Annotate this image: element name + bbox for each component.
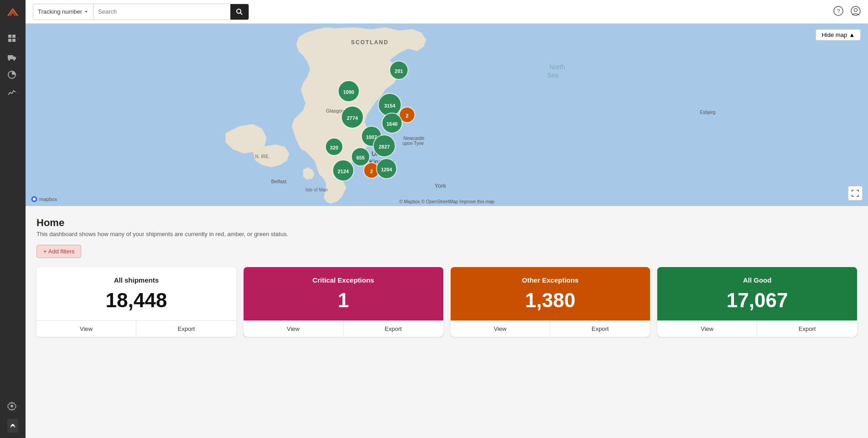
svg-line-10	[240, 13, 242, 15]
svg-text:1640: 1640	[386, 121, 397, 127]
all-shipments-card: All shipments 18,448 View Export	[36, 267, 236, 337]
sidebar-item-settings[interactable]: ›	[7, 397, 19, 415]
help-icon-button[interactable]: ?	[833, 6, 843, 18]
search-button[interactable]	[230, 4, 249, 20]
map-svg: SCOTLAND United Kingdom York North Sea N…	[26, 24, 868, 206]
expand-icon	[10, 423, 16, 429]
all-good-label: All Good	[666, 276, 848, 284]
all-good-export-button[interactable]: Export	[757, 321, 857, 337]
all-shipments-footer: View Export	[36, 320, 236, 337]
header-right: ?	[833, 6, 861, 18]
critical-exceptions-export-button[interactable]: Export	[343, 321, 443, 337]
sidebar-bottom: ›	[7, 397, 19, 433]
svg-text:655: 655	[356, 155, 364, 160]
svg-text:2774: 2774	[347, 115, 358, 121]
all-shipments-view-button[interactable]: View	[36, 321, 136, 337]
logo[interactable]	[5, 5, 20, 20]
sidebar-item-analytics[interactable]: ›	[0, 66, 26, 84]
svg-rect-0	[8, 35, 11, 38]
critical-exceptions-card: Critical Exceptions 1 View Export	[244, 267, 443, 337]
user-circle-icon	[851, 6, 861, 16]
all-shipments-label: All shipments	[46, 276, 227, 284]
dashboard-title: Home	[36, 217, 857, 229]
north-sea-label-2: Sea	[547, 72, 559, 79]
svg-point-6	[13, 59, 15, 61]
north-sea-label: North	[550, 63, 565, 71]
dropdown-chevron-icon	[84, 10, 88, 14]
critical-exceptions-label: Critical Exceptions	[253, 276, 434, 284]
tracking-number-label: Tracking number	[38, 8, 82, 15]
mapbox-text: mapbox	[39, 196, 57, 202]
header: Tracking number ?	[26, 0, 868, 24]
svg-point-14	[854, 8, 858, 11]
sidebar-item-dashboard[interactable]: ›	[0, 29, 26, 47]
svg-text:3154: 3154	[384, 103, 395, 108]
york-map-label: York	[435, 182, 447, 189]
map-credits: © Mapbox © OpenStreetMap Improve this ma…	[399, 199, 494, 204]
n-ire-label: N. IRE.	[255, 154, 270, 159]
critical-exceptions-view-button[interactable]: View	[244, 321, 343, 337]
settings-chevron: ›	[17, 404, 19, 408]
svg-text:2: 2	[370, 169, 373, 174]
dashboard: Home This dashboard shows how many of yo…	[26, 206, 868, 438]
sidebar-expand-button[interactable]	[7, 419, 19, 433]
mapbox-logo-icon	[31, 196, 37, 202]
hide-map-chevron: ▲	[849, 31, 855, 38]
svg-text:1204: 1204	[381, 167, 392, 172]
sidebar: › › › ›	[0, 0, 26, 438]
scotland-label: SCOTLAND	[351, 39, 389, 46]
main-content: Tracking number ?	[26, 0, 868, 438]
user-icon-button[interactable]	[851, 6, 861, 18]
fullscreen-button[interactable]	[848, 186, 863, 201]
svg-rect-3	[12, 39, 16, 42]
dashboard-chevron: ›	[17, 36, 19, 41]
map-container: SCOTLAND United Kingdom York North Sea N…	[26, 24, 868, 206]
search-icon	[236, 8, 243, 15]
sidebar-item-reports[interactable]: ›	[0, 84, 26, 102]
other-exceptions-view-button[interactable]: View	[451, 321, 551, 337]
map-background: SCOTLAND United Kingdom York North Sea N…	[26, 24, 868, 206]
all-good-view-button[interactable]: View	[657, 321, 757, 337]
hide-map-button[interactable]: Hide map ▲	[816, 29, 861, 41]
all-shipments-export-button[interactable]: Export	[136, 321, 236, 337]
hide-map-label: Hide map	[821, 31, 847, 38]
svg-point-13	[851, 6, 860, 15]
svg-text:2827: 2827	[379, 144, 390, 149]
all-good-footer: View Export	[657, 320, 857, 337]
other-exceptions-export-button[interactable]: Export	[550, 321, 650, 337]
help-circle-icon: ?	[833, 6, 843, 16]
svg-point-9	[237, 9, 241, 13]
add-filters-button[interactable]: + Add filters	[36, 245, 81, 258]
svg-rect-15	[26, 24, 868, 206]
critical-exceptions-value: 1	[253, 289, 434, 311]
truck-icon	[7, 52, 16, 61]
analytics-chevron: ›	[17, 73, 19, 77]
all-good-card-body: All Good 17,067	[657, 267, 857, 320]
all-shipments-value: 18,448	[46, 289, 227, 311]
mapbox-logo: mapbox	[31, 196, 57, 202]
svg-text:320: 320	[330, 145, 338, 150]
reports-chevron: ›	[17, 91, 19, 95]
other-exceptions-value: 1,380	[460, 289, 641, 311]
cards-row: All shipments 18,448 View Export Critica…	[36, 267, 857, 337]
analytics-icon	[7, 70, 16, 79]
sidebar-item-shipments[interactable]: ›	[0, 47, 26, 66]
esbjerg-label: Esbjerg	[700, 110, 716, 115]
gear-icon	[7, 402, 16, 411]
other-exceptions-label: Other Exceptions	[460, 276, 641, 284]
svg-point-30	[33, 198, 36, 201]
fullscreen-icon	[852, 190, 859, 197]
reports-icon	[7, 88, 16, 98]
svg-rect-2	[8, 39, 11, 42]
shipments-chevron: ›	[17, 55, 19, 59]
svg-point-5	[8, 59, 10, 61]
svg-text:201: 201	[395, 68, 403, 74]
newcastle-label-2: upon Tyne	[403, 141, 424, 146]
svg-rect-4	[8, 55, 13, 59]
search-input[interactable]	[94, 4, 230, 20]
other-exceptions-card: Other Exceptions 1,380 View Export	[451, 267, 650, 337]
svg-point-8	[10, 405, 13, 407]
search-filter-dropdown[interactable]: Tracking number	[33, 4, 94, 20]
svg-text:2124: 2124	[338, 169, 349, 174]
all-good-card: All Good 17,067 View Export	[657, 267, 857, 337]
